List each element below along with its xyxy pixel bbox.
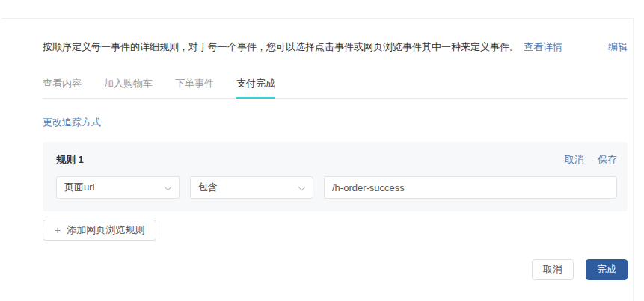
rule-operator-select-value: 包含 [198,181,218,194]
tab-place-order[interactable]: 下单事件 [175,77,214,99]
add-pageview-rule-button[interactable]: + 添加网页浏览规则 [43,220,156,241]
tab-view-content[interactable]: 查看内容 [43,77,82,99]
rule-card-header: 规则 1 取消 保存 [56,153,617,167]
footer-actions: 取消 完成 [43,259,628,280]
rule-condition-row: 页面url 包含 [56,176,617,199]
rule-operator-select[interactable]: 包含 [190,176,313,199]
rule-field-select-value: 页面url [64,181,94,194]
event-tabs: 查看内容 加入购物车 下单事件 支付完成 [43,77,628,99]
chevron-down-icon [165,184,172,191]
rule-card: 规则 1 取消 保存 页面url 包含 [43,142,628,211]
change-tracking-method-link[interactable]: 更改追踪方式 [43,116,101,129]
rule-title: 规则 1 [56,153,84,167]
rule-save-link[interactable]: 保存 [598,153,617,167]
event-rules-panel: 按顺序定义每一事件的详细规则，对于每一个事件，您可以选择点击事件或网页浏览事件其… [1,18,634,301]
cancel-button[interactable]: 取消 [532,259,574,280]
tab-add-to-cart[interactable]: 加入购物车 [104,77,153,99]
edit-link[interactable]: 编辑 [608,40,628,54]
view-details-link[interactable]: 查看详情 [524,40,562,54]
rule-actions: 取消 保存 [565,153,617,167]
rule-value-input[interactable] [324,176,617,199]
add-pageview-rule-label: 添加网页浏览规则 [67,223,144,237]
description-row: 按顺序定义每一事件的详细规则，对于每一个事件，您可以选择点击事件或网页浏览事件其… [43,40,628,54]
chevron-down-icon [298,184,306,191]
description-text: 按顺序定义每一事件的详细规则，对于每一个事件，您可以选择点击事件或网页浏览事件其… [43,40,519,54]
done-button[interactable]: 完成 [586,259,628,280]
tab-payment-complete[interactable]: 支付完成 [236,77,275,99]
rule-cancel-link[interactable]: 取消 [565,153,584,167]
plus-icon: + [55,225,61,235]
rule-field-select[interactable]: 页面url [56,176,180,199]
